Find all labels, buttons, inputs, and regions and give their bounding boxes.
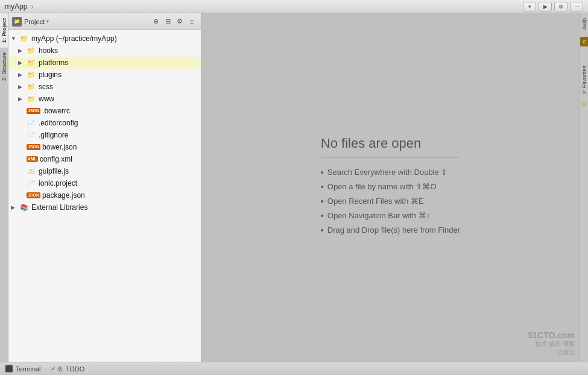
main-content: No files are open Search Everywhere with… [201, 13, 580, 362]
list-item[interactable]: ▶ 📁 hooks [8, 45, 201, 57]
terminal-icon: ⬛ [5, 365, 13, 373]
json-badge: JSON [27, 108, 40, 114]
list-item[interactable]: ▶ 📁 www [8, 93, 201, 105]
editorconfig-label: .editorconfig [39, 119, 78, 127]
title-bar-right: ▾ ▶ ⚙ ⋯ [523, 2, 583, 11]
list-item[interactable]: ▶ 📄 ionic.project [8, 177, 201, 189]
gulpfile-label: gulpfile.js [39, 167, 69, 175]
hint-4: Open Navigation Bar with ⌘↑ [321, 211, 460, 221]
xml-badge: XML [27, 156, 38, 162]
json-badge: JSON [27, 192, 40, 198]
dropdown-arrow: ▾ [46, 19, 49, 24]
gulp-tab[interactable]: Gulp [580, 13, 588, 34]
scss-label: scss [39, 83, 53, 91]
title-chevron: › [31, 2, 33, 11]
packagejson-label: package.json [42, 191, 85, 200]
arrow-platforms: ▶ [18, 60, 27, 66]
list-item[interactable]: ▶ JSON .bowerrc [8, 105, 201, 117]
list-item[interactable]: ▶ JS gulpfile.js [8, 165, 201, 177]
right-panel-tabs: Gulp G 2: Favorites ★ [580, 13, 588, 362]
list-item[interactable]: ▶ XML config.xml [8, 153, 201, 165]
scss-folder-icon: 📁 [27, 83, 36, 91]
bowerjson-label: bower.json [42, 143, 77, 151]
configxml-label: config.xml [40, 155, 72, 163]
todo-icon: ✓ [51, 365, 56, 373]
plugins-label: plugins [39, 71, 62, 79]
arrow-hooks: ▶ [18, 48, 27, 54]
hooks-folder-icon: 📁 [27, 46, 36, 55]
build-btn[interactable]: ⚙ [554, 2, 567, 11]
hint-5-text: Drag and Drop file(s) here from Finder [327, 225, 460, 235]
project-dropdown[interactable]: Project ▾ [24, 18, 148, 25]
project-icon: 📁 [12, 17, 22, 27]
todo-label: 6: TODO [58, 365, 85, 373]
hints-list: Search Everywhere with Double ⇧ Open a f… [321, 168, 460, 235]
list-item[interactable]: ▶ JSON bower.json [8, 141, 201, 153]
project-label: Project [24, 18, 45, 25]
sidebar: 📁 Project ▾ ⊕ ⊟ ⚙ ≡ ▼ 📁 myApp (~/practic… [8, 13, 201, 362]
sidebar-actions: ⊕ ⊟ ⚙ ≡ [150, 16, 197, 27]
settings-btn[interactable]: ⚙ [174, 16, 185, 27]
project-tab[interactable]: 1: Project [0, 13, 8, 48]
ionic-icon: 📄 [27, 179, 36, 188]
list-item[interactable]: ▶ 📚 External Libraries [8, 201, 201, 213]
no-files-title: No files are open [321, 136, 460, 158]
sidebar-toolbar: 📁 Project ▾ ⊕ ⊟ ⚙ ≡ [8, 13, 201, 30]
plugins-folder-icon: 📁 [27, 71, 36, 79]
json-badge: JSON [27, 144, 40, 150]
hooks-label: hooks [39, 46, 58, 55]
hint-3-text: Open Recent Files with ⌘E [327, 197, 424, 206]
hint-1: Search Everywhere with Double ⇧ [321, 168, 460, 177]
www-folder-icon: 📁 [27, 95, 36, 103]
configure-btn[interactable]: ≡ [186, 16, 197, 27]
gitignore-icon: 📄 [27, 131, 36, 139]
list-item[interactable]: ▶ 📁 plugins [8, 69, 201, 81]
file-tree: ▼ 📁 myApp (~/practice/myApp) ▶ 📁 hooks ▶… [8, 30, 201, 362]
list-item[interactable]: ▶ 📁 scss [8, 81, 201, 93]
bottom-bar: ⬛ Terminal ✓ 6: TODO [0, 362, 588, 375]
watermark-line1: 51CTO.com [528, 330, 575, 340]
favorites-tab[interactable]: 2: Favorites [580, 61, 588, 99]
tree-root[interactable]: ▼ 📁 myApp (~/practice/myApp) [8, 33, 201, 45]
todo-tab[interactable]: ✓ 6: TODO [51, 365, 85, 373]
main-area: 1: Project Z: Structure 📁 Project ▾ ⊕ ⊟ … [0, 13, 588, 362]
ionicproject-label: ionic.project [39, 179, 77, 188]
editorconfig-icon: 📄 [27, 119, 36, 127]
arrow-scss: ▶ [18, 84, 27, 90]
play-btn[interactable]: ▶ [539, 2, 552, 11]
hint-1-text: Search Everywhere with Double ⇧ [327, 168, 448, 177]
collapse-btn[interactable]: ⊟ [162, 16, 173, 27]
favorites-star-icon: ★ [581, 100, 588, 107]
list-item[interactable]: ▶ 📄 .editorconfig [8, 117, 201, 129]
list-item[interactable]: ▶ 📄 .gitignore [8, 129, 201, 141]
more-btn[interactable]: ⋯ [570, 2, 583, 11]
root-arrow: ▼ [11, 36, 19, 42]
dropdown-btn[interactable]: ▾ [523, 2, 536, 11]
watermark-line3: 亿速云 [528, 348, 575, 357]
left-panel-tabs: 1: Project Z: Structure [0, 13, 8, 362]
arrow-www: ▶ [18, 96, 27, 102]
title-bar-left: myApp › [5, 2, 33, 11]
root-folder-icon: 📁 [19, 34, 29, 43]
structure-tab[interactable]: Z: Structure [0, 48, 8, 86]
gitignore-label: .gitignore [39, 131, 68, 139]
hint-5: Drag and Drop file(s) here from Finder [321, 225, 460, 235]
root-label: myApp (~/practice/myApp) [31, 34, 117, 43]
spacer [580, 49, 588, 61]
title-bar: myApp › ▾ ▶ ⚙ ⋯ [0, 0, 588, 13]
extlib-label: External Libraries [31, 203, 87, 212]
bowerrc-label: .bowerrc [42, 107, 70, 115]
hint-2-text: Open a file by name with ⇧⌘O [327, 182, 437, 191]
js-icon: JS [27, 167, 36, 175]
watermark-line2: 技术·成长·博客 [528, 340, 575, 348]
new-folder-btn[interactable]: ⊕ [150, 16, 161, 27]
arrow-ext: ▶ [11, 204, 19, 210]
platforms-label: platforms [39, 58, 68, 67]
no-files-panel: No files are open Search Everywhere with… [297, 118, 484, 258]
gulp-icon: G [580, 37, 588, 46]
list-item[interactable]: ▶ JSON package.json [8, 189, 201, 201]
www-label: www [39, 95, 54, 103]
terminal-tab[interactable]: ⬛ Terminal [5, 365, 41, 373]
platforms-folder-icon: 📁 [27, 58, 36, 67]
list-item[interactable]: ▶ 📁 platforms [8, 57, 201, 69]
